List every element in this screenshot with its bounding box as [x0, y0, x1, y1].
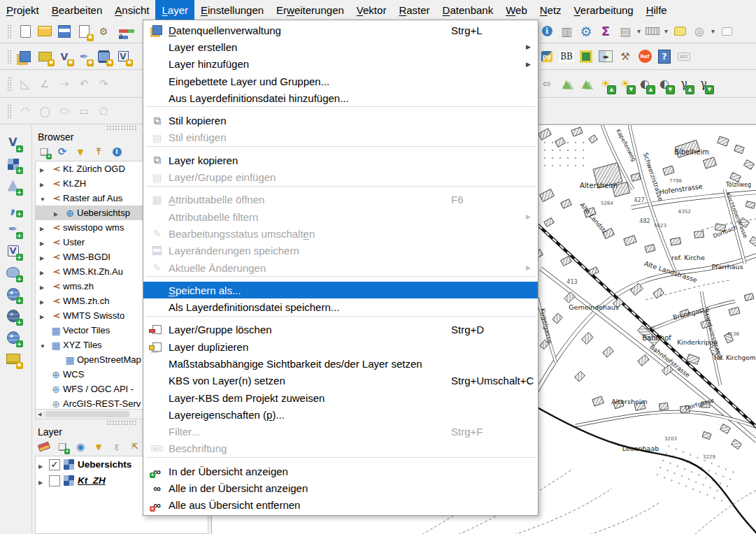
layer-menu-item[interactable]: Layer hinzufügen: [143, 56, 538, 73]
new-spatialite-icon[interactable]: [75, 48, 93, 66]
brightness-plus-icon[interactable]: [597, 75, 615, 93]
layer-visibility-checkbox[interactable]: [49, 475, 60, 486]
annotation-icon[interactable]: [718, 22, 736, 41]
layer-menu-item[interactable]: Layer kopieren: [143, 152, 538, 168]
add-selected-icon[interactable]: [38, 145, 50, 158]
expander-icon[interactable]: [38, 459, 48, 471]
expander-icon[interactable]: [40, 193, 49, 203]
add-wfs-icon[interactable]: [4, 329, 22, 347]
layout-manager-icon[interactable]: [94, 22, 113, 41]
layer-menu-item[interactable]: Alle in der Übersicht anzeigen: [143, 479, 538, 496]
expression-filter-icon[interactable]: [110, 440, 123, 453]
digitize-ruler-icon[interactable]: [16, 75, 34, 93]
identify-icon[interactable]: [538, 22, 556, 41]
layer-menu-item[interactable]: Beschriftung: [143, 440, 538, 457]
swipe-tool-icon[interactable]: [597, 48, 615, 66]
node-move-icon[interactable]: [55, 75, 73, 93]
expander-icon[interactable]: [40, 281, 49, 291]
layer-menu-item[interactable]: Maßstabsabhängige Sichtbarkeit des/der L…: [143, 355, 538, 372]
expander-icon[interactable]: [40, 340, 49, 350]
histogram-stretch-icon[interactable]: [557, 75, 576, 93]
dropdown-caret-icon[interactable]: [663, 22, 669, 41]
menubar-item[interactable]: Erweiterungen: [270, 0, 350, 20]
layer-menu-item[interactable]: Attributtabelle öffnen F6: [143, 192, 538, 208]
datasource-box-icon[interactable]: [4, 350, 22, 368]
datasource-manager-layers-icon[interactable]: [16, 48, 34, 66]
refresh-icon[interactable]: [56, 145, 69, 158]
style-brush-icon[interactable]: [38, 440, 50, 453]
zoom-search-icon[interactable]: [690, 22, 708, 41]
style-manager-icon[interactable]: [114, 22, 132, 41]
layer-menu-item[interactable]: Layeränderungen speichern: [143, 243, 538, 259]
menubar-item[interactable]: Layer: [155, 0, 194, 20]
maptips-icon[interactable]: [671, 22, 689, 41]
panel-drag-handle[interactable]: [106, 420, 137, 425]
menubar-item[interactable]: Ansicht: [108, 0, 155, 20]
attribute-actions-icon[interactable]: [616, 22, 634, 41]
layer-menu-item[interactable]: Aus Layerdefinitionsdatei hinzufügen...: [143, 89, 538, 106]
layer-menu-item[interactable]: In der Übersicht anzeigen: [143, 463, 538, 479]
add-postgis-icon[interactable]: [4, 264, 22, 282]
python-console-icon[interactable]: [538, 48, 556, 66]
toolbar-drag-handle[interactable]: [7, 77, 12, 91]
project-new-icon[interactable]: [16, 22, 34, 41]
gamma-plus-icon[interactable]: [675, 75, 693, 93]
project-save-icon[interactable]: [55, 22, 73, 41]
layer-menu-item[interactable]: KBS von Layer(n) setzen Strg+Umschalt+C: [143, 373, 538, 389]
visibility-eye-icon[interactable]: [74, 440, 87, 453]
expander-icon[interactable]: [54, 208, 63, 218]
expander-icon[interactable]: [40, 266, 49, 277]
expander-icon[interactable]: [40, 252, 49, 262]
build-tools-icon[interactable]: [616, 48, 634, 66]
new-shapefile-icon[interactable]: [55, 48, 73, 66]
dropdown-caret-icon[interactable]: [710, 22, 716, 41]
rect-icon[interactable]: [75, 102, 93, 120]
expander-icon[interactable]: [40, 164, 49, 174]
expander-icon[interactable]: [40, 296, 49, 306]
properties-info-icon[interactable]: [110, 145, 123, 158]
layer-menu-item[interactable]: Datenquellenverwaltung Strg+L: [143, 22, 538, 38]
layer-visibility-checkbox[interactable]: [49, 459, 60, 470]
menubar-item[interactable]: Projekt: [0, 0, 45, 20]
undo-shape-icon[interactable]: [75, 75, 93, 93]
collapse-all-icon[interactable]: [92, 145, 105, 158]
menubar-item[interactable]: Web: [499, 0, 534, 20]
ellipse-icon[interactable]: [55, 102, 73, 120]
toolbar-drag-handle[interactable]: [7, 24, 12, 38]
new-memory-layer-icon[interactable]: [94, 48, 113, 66]
expander-icon[interactable]: [40, 222, 49, 233]
stretch-extent-icon[interactable]: [538, 75, 556, 93]
georeferencer-ref-icon[interactable]: [636, 48, 654, 66]
menubar-item[interactable]: Vektor: [350, 0, 393, 20]
layer-menu-item[interactable]: Eingebettete Layer und Gruppen...: [143, 73, 538, 89]
add-vector-layer-icon[interactable]: [4, 134, 22, 152]
statistics-abacus-icon[interactable]: [557, 22, 576, 41]
add-wms-icon[interactable]: [4, 285, 22, 303]
menubar-item[interactable]: Verarbeitung: [568, 0, 640, 20]
sum-statistics-icon[interactable]: [597, 22, 615, 41]
add-spatialite-icon[interactable]: [4, 220, 22, 238]
plugin-manager-icon[interactable]: [577, 48, 595, 66]
add-wcs-icon[interactable]: [4, 307, 22, 325]
layer-menu-item[interactable]: Layer/Gruppe einfügen: [143, 168, 538, 185]
expander-icon[interactable]: [40, 310, 49, 321]
scroll-left-arrow-icon[interactable]: ◀: [36, 412, 44, 417]
expand-tree-icon[interactable]: [129, 440, 141, 453]
layer-menu-item[interactable]: Filter... Strg+F: [143, 424, 538, 440]
curve-icon[interactable]: [16, 102, 34, 120]
layer-menu-item[interactable]: Attributabelle filtern: [143, 208, 538, 225]
add-group-icon[interactable]: [56, 440, 69, 453]
panel-drag-handle[interactable]: [106, 125, 137, 130]
filter-browser-icon[interactable]: [74, 145, 87, 158]
menubar-item[interactable]: Hilfe: [640, 0, 673, 20]
segment-icon[interactable]: [36, 75, 54, 93]
project-open-icon[interactable]: [36, 22, 54, 41]
contrast-plus-icon[interactable]: [636, 75, 654, 93]
expander-icon[interactable]: [40, 237, 49, 247]
menubar-item[interactable]: Einstellungen: [194, 0, 270, 20]
layer-menu-item[interactable]: Bearbeitungsstatus umschalten: [143, 225, 538, 242]
layer-menu-item[interactable]: Layereigenschaften (p)...: [143, 406, 538, 423]
osm-bb-icon[interactable]: [557, 48, 576, 66]
filter-legend-icon[interactable]: [92, 440, 105, 453]
contrast-minus-icon[interactable]: [655, 75, 673, 93]
